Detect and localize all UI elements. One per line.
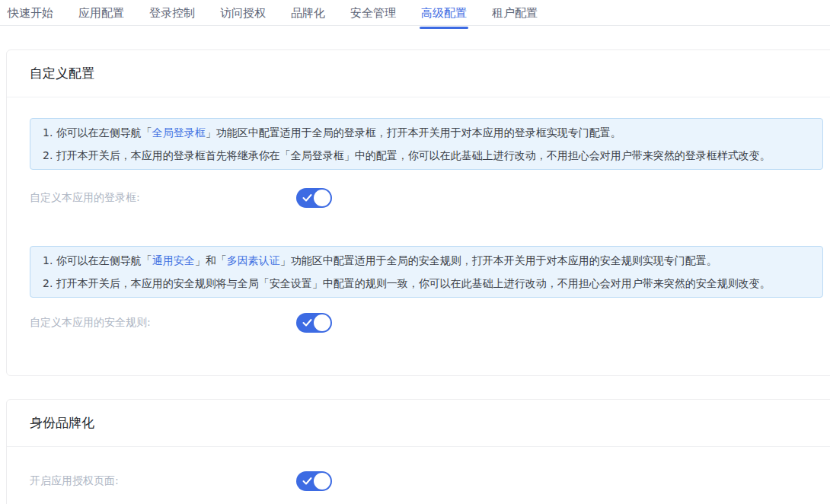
toggle-knob (314, 473, 330, 490)
tab-quick-start[interactable]: 快速开始 (6, 0, 55, 28)
card-title-custom-config: 自定义配置 (30, 65, 94, 82)
security-rules-notice-line1: 1. 你可以在左侧导航「通用安全」和「多因素认证」功能区中配置适用于全局的安全规… (43, 249, 810, 272)
custom-login-box-row: 自定义本应用的登录框: (30, 188, 823, 208)
check-icon (302, 194, 312, 203)
check-icon (302, 477, 312, 486)
custom-security-rules-toggle[interactable] (296, 313, 332, 333)
custom-login-box-label: 自定义本应用的登录框: (30, 191, 296, 205)
link-mfa[interactable]: 多因素认证 (227, 254, 280, 266)
card-title-identity-branding: 身份品牌化 (30, 414, 94, 432)
custom-security-rules-label: 自定义本应用的安全规则: (30, 316, 296, 330)
custom-config-card: 自定义配置 1. 你可以在左侧导航「全局登录框」功能区中配置适用于全局的登录框，… (6, 49, 830, 376)
auth-page-label: 开启应用授权页面: (30, 474, 296, 488)
notice-text: 」功能区中配置适用于全局的登录框，打开本开关用于对本应用的登录框实现专门配置。 (206, 126, 621, 139)
link-global-login-box[interactable]: 全局登录框 (152, 126, 206, 139)
toggle-knob (314, 314, 330, 331)
link-general-security[interactable]: 通用安全 (152, 254, 195, 266)
tab-tenant-config[interactable]: 租户配置 (490, 0, 539, 28)
custom-config-card-header: 自定义配置 (7, 50, 830, 97)
custom-security-rules-row: 自定义本应用的安全规则: (30, 313, 823, 333)
notice-text: 」和「 (195, 254, 227, 266)
login-box-notice-line1: 1. 你可以在左侧导航「全局登录框」功能区中配置适用于全局的登录框，打开本开关用… (43, 121, 810, 144)
identity-branding-card-body: 开启应用授权页面: (7, 447, 830, 504)
toggle-knob (314, 190, 330, 206)
tab-access-auth[interactable]: 访问授权 (219, 0, 267, 28)
tab-login-control[interactable]: 登录控制 (148, 0, 196, 28)
tab-advanced-config[interactable]: 高级配置 (420, 0, 468, 28)
tab-security-management[interactable]: 安全管理 (349, 0, 397, 28)
security-rules-notice-line2: 2. 打开本开关后，本应用的安全规则将与全局「安全设置」中配置的规则一致，你可以… (43, 272, 810, 295)
auth-page-toggle[interactable] (296, 471, 332, 491)
auth-page-row: 开启应用授权页面: (30, 471, 823, 491)
identity-branding-card: 身份品牌化 开启应用授权页面: (6, 399, 830, 504)
notice-text: 1. 你可以在左侧导航「 (43, 126, 152, 139)
check-icon (302, 319, 312, 327)
custom-config-card-body: 1. 你可以在左侧导航「全局登录框」功能区中配置适用于全局的登录框，打开本开关用… (7, 97, 830, 375)
security-rules-notice: 1. 你可以在左侧导航「通用安全」和「多因素认证」功能区中配置适用于全局的安全规… (30, 246, 823, 298)
top-tab-bar: 快速开始 应用配置 登录控制 访问授权 品牌化 安全管理 高级配置 租户配置 (0, 0, 830, 26)
identity-branding-card-header: 身份品牌化 (7, 400, 830, 447)
tab-app-config[interactable]: 应用配置 (77, 0, 126, 28)
login-box-notice: 1. 你可以在左侧导航「全局登录框」功能区中配置适用于全局的登录框，打开本开关用… (30, 118, 823, 170)
notice-text: 1. 你可以在左侧导航「 (43, 254, 152, 266)
tab-branding[interactable]: 品牌化 (289, 0, 327, 28)
notice-text: 」功能区中配置适用于全局的安全规则，打开本开关用于对本应用的安全规则实现专门配置… (280, 254, 717, 266)
custom-login-box-toggle[interactable] (296, 188, 332, 208)
login-box-notice-line2: 2. 打开本开关后，本应用的登录框首先将继承你在「全局登录框」中的配置，你可以在… (43, 144, 810, 167)
